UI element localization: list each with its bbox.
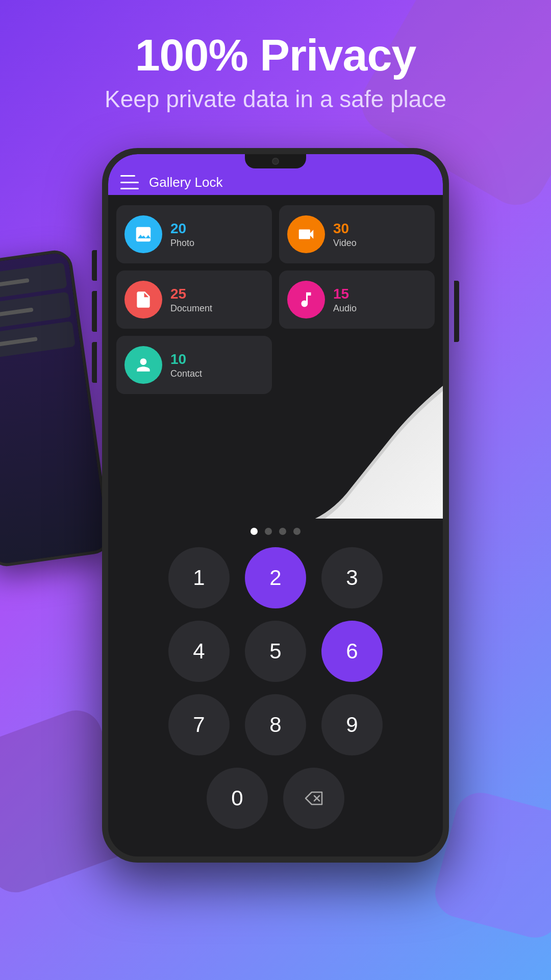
- phone-silent: [92, 342, 97, 383]
- contact-icon: [134, 355, 153, 375]
- photo-icon-circle: [124, 215, 162, 253]
- document-icon: [134, 290, 153, 309]
- photo-count: 20: [170, 220, 194, 237]
- cards-row-1: 20 Photo 30 Video: [116, 205, 435, 263]
- key-5[interactable]: 5: [245, 621, 306, 682]
- video-count: 30: [333, 220, 357, 237]
- contact-icon-circle: [124, 346, 162, 384]
- audio-icon: [296, 290, 316, 309]
- phone-outer: Gallery Lock 20 Photo: [102, 148, 449, 863]
- phone-volume-up: [92, 250, 97, 281]
- key-4[interactable]: 4: [168, 621, 230, 682]
- app-title: Gallery Lock: [149, 175, 223, 190]
- cards-row-2: 25 Document 15 Audio: [116, 271, 435, 329]
- content-area: 20 Photo 30 Video: [108, 195, 443, 519]
- main-subtitle: Keep private data in a safe place: [0, 85, 551, 113]
- key-7[interactable]: 7: [168, 694, 230, 755]
- document-icon-circle: [124, 281, 162, 318]
- dot-4[interactable]: [293, 528, 300, 535]
- key-3[interactable]: 3: [321, 547, 383, 608]
- video-card[interactable]: 30 Video: [279, 205, 435, 263]
- key-9[interactable]: 9: [321, 694, 383, 755]
- key-1[interactable]: 1: [168, 547, 230, 608]
- keypad-row-1: 1 2 3: [129, 547, 422, 608]
- contact-count: 10: [170, 351, 202, 368]
- document-card[interactable]: 25 Document: [116, 271, 272, 329]
- photo-label: Photo: [170, 238, 194, 249]
- phone-screen: Gallery Lock 20 Photo: [108, 154, 443, 856]
- keypad-row-2: 4 5 6: [129, 621, 422, 682]
- backspace-icon: [305, 791, 323, 805]
- video-icon: [296, 225, 316, 244]
- video-label: Video: [333, 238, 357, 249]
- keypad-row-4: 0: [129, 768, 422, 829]
- key-0[interactable]: 0: [207, 768, 268, 829]
- key-2[interactable]: 2: [245, 547, 306, 608]
- audio-label: Audio: [333, 303, 357, 314]
- phone-volume-down: [92, 291, 97, 332]
- photo-card[interactable]: 20 Photo: [116, 205, 272, 263]
- menu-icon: [120, 182, 139, 183]
- phone-notch: [245, 154, 306, 168]
- key-6[interactable]: 6: [321, 621, 383, 682]
- menu-icon: [120, 175, 135, 177]
- video-icon-circle: [287, 215, 325, 253]
- dot-2[interactable]: [265, 528, 272, 535]
- keypad: 1 2 3 4 5 6 7 8 9 0: [108, 542, 443, 856]
- document-label: Document: [170, 303, 212, 314]
- audio-count: 15: [333, 286, 357, 302]
- dot-3[interactable]: [279, 528, 286, 535]
- dot-1[interactable]: [251, 528, 258, 535]
- audio-icon-circle: [287, 281, 325, 318]
- document-count: 25: [170, 286, 212, 302]
- phone-power: [454, 281, 459, 342]
- audio-card[interactable]: 15 Audio: [279, 271, 435, 329]
- page-dots: [108, 519, 443, 542]
- menu-button[interactable]: [120, 175, 139, 189]
- header-section: 100% Privacy Keep private data in a safe…: [0, 31, 551, 113]
- cards-row-3: 10 Contact: [116, 336, 435, 394]
- phone-mockup: Gallery Lock 20 Photo: [102, 148, 449, 863]
- key-8[interactable]: 8: [245, 694, 306, 755]
- keypad-row-3: 7 8 9: [129, 694, 422, 755]
- contact-card[interactable]: 10 Contact: [116, 336, 272, 394]
- photo-icon: [134, 225, 153, 244]
- main-title: 100% Privacy: [0, 31, 551, 80]
- menu-icon: [120, 188, 139, 189]
- backspace-button[interactable]: [283, 768, 344, 829]
- notch-camera: [272, 158, 279, 165]
- contact-label: Contact: [170, 369, 202, 379]
